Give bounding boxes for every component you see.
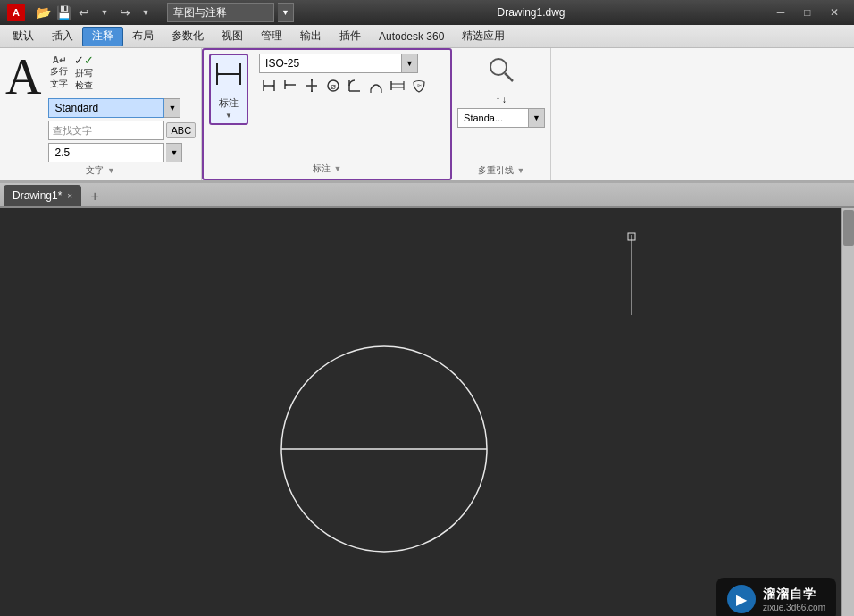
dim-icons-row1: ⌀ [259,76,445,96]
style-dropdown-row: Standard ▼ [48,98,196,118]
menu-output[interactable]: 输出 [291,27,331,46]
ribbon: 默认 插入 注释 布局 参数化 视图 管理 输出 插件 Autodesk 360… [0,25,854,183]
vertical-dim-icon[interactable] [302,76,322,96]
multileader-btns: ↑ ↓ Standa... ▼ [457,52,545,128]
drawing-tab-close[interactable]: × [67,191,72,201]
annotation-btn[interactable]: 标注 ▼ [209,54,248,125]
multileader-style-dropdown[interactable]: Standa... [457,108,529,128]
ribbon-content: A A↵ 多行 文字 ✓✓ 拼写 检查 [0,48,854,182]
redo-dropdown-btn[interactable]: ▼ [137,4,155,21]
new-tab-btn[interactable]: + [85,187,105,206]
annotation-icon [211,59,247,95]
multileader-down-btn[interactable]: ↓ [502,95,507,104]
text-size-arrow[interactable]: ▼ [166,143,182,162]
menu-default[interactable]: 默认 [4,27,43,46]
quick-access-toolbar: 📂 💾 ↩ ▼ ↪ ▼ [34,4,155,21]
baseline-dim-icon[interactable] [388,76,407,96]
menu-manage[interactable]: 管理 [252,27,291,46]
save-btn[interactable]: 💾 [54,4,72,21]
drawing-tab[interactable]: Drawing1* × [4,185,81,206]
spell-label: 拼写 检查 [75,67,93,92]
angular-dim-icon[interactable] [345,76,364,96]
svg-marker-3 [217,72,221,76]
multileader-style-row: Standa... ▼ [457,108,545,128]
workspace-selector: 草图与注释 ▼ [167,3,294,22]
multileader-style-arrow[interactable]: ▼ [529,108,545,128]
v-scroll-thumb[interactable] [843,210,854,246]
watermark-url: zixue.3d66.com [763,603,825,612]
text-group: A A↵ 多行 文字 ✓✓ 拼写 检查 [0,48,202,180]
text-btns-row: A↵ 多行 文字 ✓✓ 拼写 检查 [48,52,196,94]
watermark: ▶ 溜溜自学 zixue.3d66.com [716,578,836,616]
undo-btn[interactable]: ↩ [75,4,93,21]
open-btn[interactable]: 📂 [34,4,52,21]
menu-layout[interactable]: 布局 [123,27,163,46]
canvas-area: [-][俯视][二维线框] ▶ 溜溜自学 zixue.3d66.com [0,208,854,616]
app-icon[interactable]: A [7,4,25,21]
arc-dim-icon[interactable] [366,76,386,96]
multiline-text-btn[interactable]: A↵ 多行 文字 [48,54,70,92]
text-group-content: A A↵ 多行 文字 ✓✓ 拼写 检查 [5,52,196,162]
svg-point-26 [490,59,507,75]
find-btn[interactable]: ABC [166,122,196,138]
window-controls: ─ □ ✕ [768,4,847,21]
find-text-row: 查找文字 ABC [48,121,196,140]
diameter-dim-icon[interactable]: ⌀ [323,76,343,96]
multiline-icon: A↵ [53,55,66,65]
close-window-btn[interactable]: ✕ [822,4,847,21]
text-controls: A↵ 多行 文字 ✓✓ 拼写 检查 Standard ▼ [48,52,196,162]
menu-bar: 默认 插入 注释 布局 参数化 视图 管理 输出 插件 Autodesk 360… [0,25,854,48]
multileader-group-label: 多重引线 ▼ [457,162,545,179]
dim-style-arrow[interactable]: ▼ [402,54,418,73]
annotation-group-expand[interactable]: ▼ [334,164,342,173]
drawing-svg [0,208,854,616]
text-large-icon: A [5,52,41,102]
annotation-group-content: 标注 ▼ ISO-25 ▼ [209,54,445,161]
text-group-expand[interactable]: ▼ [107,166,115,175]
multileader-group-expand[interactable]: ▼ [517,166,525,175]
aligned-dim-icon[interactable] [280,76,300,96]
multileader-up-btn[interactable]: ↑ [496,95,500,104]
text-size-dropdown[interactable]: 2.5 [48,143,164,162]
undo-dropdown-btn[interactable]: ▼ [96,4,113,21]
minimize-btn[interactable]: ─ [768,4,793,21]
text-group-label: 文字 ▼ [5,162,196,179]
menu-autodesk360[interactable]: Autodesk 360 [370,27,453,46]
tolerance-dim-icon[interactable]: ≈ [409,76,429,96]
menu-parametric[interactable]: 参数化 [163,27,213,46]
workspace-dropdown-arrow[interactable]: ▼ [278,3,294,22]
text-style-arrow[interactable]: ▼ [164,98,180,118]
svg-marker-4 [237,72,240,76]
vertical-scrollbar[interactable] [841,208,854,616]
watermark-icon: ▶ [727,585,756,613]
linear-dim-icon[interactable] [259,76,279,96]
text-style-dropdown[interactable]: Standard [48,98,164,118]
annotation-dropdown-arrow[interactable]: ▼ [225,112,232,120]
multileader-group: ↑ ↓ Standa... ▼ 多重引线 ▼ [452,48,551,180]
menu-featured[interactable]: 精选应用 [453,27,514,46]
maximize-btn[interactable]: □ [795,4,820,21]
title-text: Drawing1.dwg [497,6,565,19]
annotation-controls: ISO-25 ▼ [259,54,445,96]
tab-bar: Drawing1* × + [0,183,854,208]
drawing-tab-label: Drawing1* [13,189,62,202]
annotation-large-btn-wrap: 标注 ▼ [209,54,248,125]
menu-insert[interactable]: 插入 [43,27,82,46]
svg-text:≈: ≈ [417,81,422,90]
find-placeholder: 查找文字 [53,124,92,137]
multileader-content: ↑ ↓ Standa... ▼ [457,52,545,162]
text-A-icon: A [5,52,41,102]
menu-view[interactable]: 视图 [213,27,252,46]
find-text-input[interactable]: 查找文字 [48,121,164,140]
menu-annotation[interactable]: 注释 [82,27,123,46]
dim-style-row: ISO-25 ▼ [259,54,445,73]
workspace-dropdown[interactable]: 草图与注释 [167,3,274,22]
menu-plugins[interactable]: 插件 [331,27,370,46]
annotation-btn-label: 标注 [219,96,239,110]
svg-text:⌀: ⌀ [331,81,336,91]
dim-style-dropdown[interactable]: ISO-25 [259,54,402,73]
multileader-icon-btn[interactable] [481,52,521,91]
redo-btn[interactable]: ↪ [116,4,134,21]
spell-check-btn[interactable]: ✓✓ 拼写 检查 [72,52,96,94]
annotation-group: 标注 ▼ ISO-25 ▼ [202,48,452,180]
